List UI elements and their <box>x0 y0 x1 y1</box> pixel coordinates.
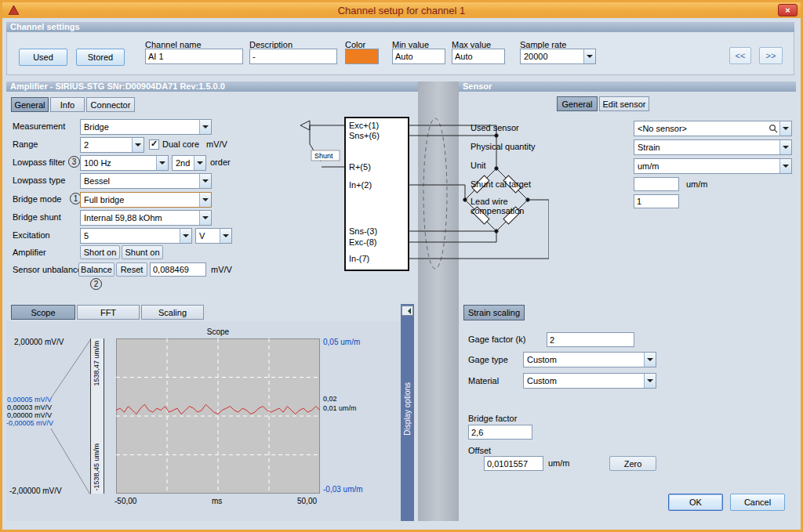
shunt-switch <box>300 121 345 167</box>
range-unit-label: mV/V <box>206 139 227 149</box>
measurement-label: Measurement <box>13 121 65 131</box>
scope-scalebar[interactable]: 1538,47 um/m -1538,45 um/m <box>90 338 104 494</box>
right-axis-min: -0,03 um/m <box>323 485 363 494</box>
max-value-input[interactable] <box>452 49 505 64</box>
tab-fft[interactable]: FFT <box>77 305 140 320</box>
short-on-button[interactable]: Short on <box>80 245 120 259</box>
collapse-arrow-icon[interactable] <box>402 306 413 316</box>
display-options-strip[interactable]: Display options <box>401 304 414 521</box>
terminal-in-minus: In-(7) <box>349 254 369 263</box>
sensor-unbalance-label: Sensor unbalance <box>13 265 82 274</box>
used-button[interactable]: Used <box>19 49 67 66</box>
tab-amplifier-general[interactable]: General <box>11 97 49 112</box>
balance-button[interactable]: Balance <box>78 262 114 277</box>
terminal-sns-minus: Sns-(3) <box>349 226 377 236</box>
scope-cursor-labels: 0,00005 mV/V 0,00003 mV/V 0,00000 mV/V -… <box>6 396 52 427</box>
dropdown-arrow-icon <box>156 156 168 170</box>
right-axis-mid-1: 0,02 <box>323 395 337 403</box>
min-value-input[interactable] <box>392 49 445 64</box>
bridge-factor-input[interactable] <box>468 425 532 440</box>
tab-amplifier-info[interactable]: Info <box>50 97 85 112</box>
dropdown-arrow-icon <box>199 211 211 225</box>
description-input[interactable] <box>249 49 337 64</box>
lowpass-type-label: Lowpass type <box>13 176 65 185</box>
zoom-funnel <box>49 338 92 498</box>
next-channel-button[interactable]: >> <box>759 47 783 64</box>
shunt-on-button[interactable]: Shunt on <box>122 245 163 259</box>
tab-amplifier-connector[interactable]: Connector <box>86 97 135 112</box>
measurement-select[interactable]: Bridge <box>80 119 212 135</box>
range-select[interactable]: 2 <box>80 137 144 153</box>
terminal-exc-plus: Exc+(1) <box>349 121 379 130</box>
x-axis-min: -50,00 <box>114 497 136 505</box>
dropdown-arrow-icon <box>644 374 656 388</box>
tab-scope[interactable]: Scope <box>11 305 75 320</box>
cable-shield <box>423 118 447 269</box>
annotation-badge-3: 3 <box>68 156 80 168</box>
search-icon <box>768 124 778 133</box>
channel-name-input[interactable] <box>145 49 243 64</box>
tab-edit-sensor[interactable]: Edit sensor <box>599 96 649 111</box>
bridge-mode-select[interactable]: Full bridge <box>80 192 212 208</box>
channel-settings-header: Channel settings <box>6 22 794 32</box>
tab-strain-scaling[interactable]: Strain scaling <box>463 305 525 320</box>
shunt-cal-target-label: Shunt cal target <box>471 179 531 189</box>
right-axis-mid-2: 0,01 um/m <box>323 404 357 412</box>
order-label: order <box>210 157 231 167</box>
scope-chart-title: Scope <box>116 328 320 336</box>
dropdown-arrow-icon <box>199 174 211 188</box>
bridge-factor-label: Bridge factor <box>468 414 517 423</box>
sample-rate-select[interactable]: 20000 <box>520 49 596 64</box>
dropdown-arrow-icon <box>132 138 144 152</box>
right-axis-max: 0,05 um/m <box>323 338 360 346</box>
bridge-shunt-label: Bridge shunt <box>13 212 61 222</box>
lead-wire-input[interactable] <box>634 194 679 208</box>
amplifier-header: Amplifier - SIRIUS-STG SNr:D00904DA71 Re… <box>6 81 418 92</box>
close-button[interactable]: × <box>778 4 798 16</box>
reset-button[interactable]: Reset <box>116 262 147 277</box>
used-sensor-select[interactable]: <No sensor> <box>634 121 792 136</box>
window-title: Channel setup for channel 1 <box>2 5 801 16</box>
excitation-select[interactable]: 5 <box>80 228 192 244</box>
gage-factor-input[interactable] <box>547 332 634 347</box>
unit-select[interactable]: um/m <box>634 158 792 174</box>
color-swatch[interactable] <box>345 49 379 64</box>
range-label: Range <box>13 139 38 149</box>
excitation-unit-select[interactable]: V <box>195 228 232 244</box>
gage-type-select[interactable]: Custom <box>523 352 656 367</box>
material-label: Material <box>468 376 499 385</box>
dual-core-checkbox[interactable] <box>149 139 159 150</box>
scalebar-min: -1538,45 um/m <box>93 443 100 491</box>
prev-channel-button[interactable]: << <box>729 47 751 64</box>
stored-button[interactable]: Stored <box>76 49 125 66</box>
cancel-button[interactable]: Cancel <box>730 494 785 511</box>
ok-button[interactable]: OK <box>668 494 723 511</box>
dual-core-label: Dual core <box>162 139 199 149</box>
gage-factor-label: Gage factor (k) <box>468 335 525 344</box>
unbalance-value-input[interactable] <box>150 262 206 277</box>
bridge-mode-label: Bridge mode <box>13 194 61 204</box>
tab-sensor-general[interactable]: General <box>557 96 598 111</box>
physical-quantity-label: Physical quantity <box>471 142 536 151</box>
amplifier-label: Amplifier <box>13 248 46 257</box>
offset-input[interactable] <box>484 456 543 471</box>
dropdown-arrow-icon <box>583 49 595 63</box>
tab-scaling[interactable]: Scaling <box>141 305 204 320</box>
lowpass-type-select[interactable]: Bessel <box>80 173 212 189</box>
material-select[interactable]: Custom <box>523 373 656 389</box>
shunt-cal-target-input[interactable] <box>634 177 679 191</box>
display-options-label: Display options <box>403 382 412 436</box>
dropdown-arrow-icon <box>779 121 791 136</box>
lowpass-order-select[interactable]: 2nd <box>172 155 206 171</box>
terminal-box <box>345 118 409 270</box>
dropdown-arrow-icon <box>194 156 205 170</box>
excitation-label: Excitation <box>13 230 50 240</box>
offset-unit-label: um/m <box>548 458 570 468</box>
used-sensor-label: Used sensor <box>471 123 519 132</box>
shunt-cal-unit-label: um/m <box>686 179 708 189</box>
scalebar-max: 1538,47 um/m <box>93 341 100 386</box>
bridge-shunt-select[interactable]: Internal 59,88 kOhm <box>80 210 212 226</box>
physical-quantity-select[interactable]: Strain <box>634 139 792 155</box>
zero-button[interactable]: Zero <box>609 456 656 471</box>
lowpass-filter-select[interactable]: 100 Hz <box>80 155 169 171</box>
